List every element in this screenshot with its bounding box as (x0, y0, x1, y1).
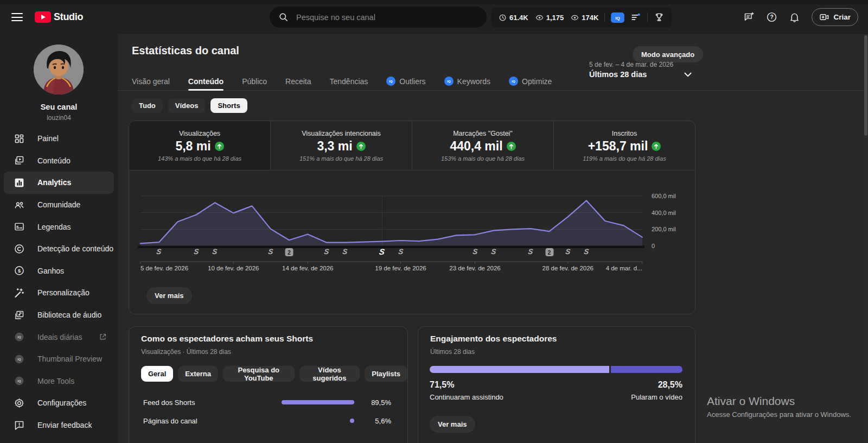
tab-vis-o-geral[interactable]: Visão geral (132, 72, 170, 91)
sidebar-item-comunidade[interactable]: Comunidade (0, 194, 118, 216)
y-axis-label: 200,0 mil (652, 226, 676, 232)
sidebar-item-conte-do[interactable]: Conteúdo (0, 150, 118, 172)
help-icon[interactable]: ? (766, 11, 777, 23)
product-name: Studio (54, 11, 83, 23)
menu-icon[interactable] (11, 13, 23, 21)
sidebar-item-ideais-di-rias[interactable]: IQIdeais diárias (0, 326, 118, 348)
shorts-upload-icon[interactable]: S (398, 248, 404, 256)
sidebar-item-biblioteca-de-udio[interactable]: Biblioteca de áudio (0, 304, 118, 326)
metric-card-0[interactable]: Visualizações5,8 mi143% a mais do que há… (129, 121, 271, 170)
channel-stats-pill[interactable]: 61.4K1,175174K IQ (491, 8, 672, 27)
tab-keywords[interactable]: IQKeywords (444, 72, 490, 91)
topbar-stat-1[interactable]: 1,175 (535, 14, 564, 22)
tab-outliers[interactable]: IQOutliers (386, 72, 425, 91)
shorts-upload-icon[interactable]: S (565, 248, 571, 256)
sidebar-item-painel[interactable]: Painel (0, 128, 118, 150)
channel-name: Seu canal (0, 103, 118, 111)
metric-card-2[interactable]: Marcações "Gostei"440,4 mil153% a mais d… (412, 121, 554, 170)
feedback-message-icon[interactable] (743, 11, 755, 23)
sort-list-icon[interactable] (630, 12, 641, 23)
metric-label: Visualizações intencionais (302, 130, 381, 137)
eye-icon (535, 14, 544, 22)
shorts-upload-icon[interactable]: S (323, 248, 329, 256)
filter-chip-shorts[interactable]: Shorts (210, 98, 247, 113)
filter-chip-tudo[interactable]: Tudo (132, 98, 163, 113)
tab-tend-ncias[interactable]: Tendências (330, 72, 368, 91)
external-link-icon (99, 333, 107, 341)
filter-chip-vídeos[interactable]: Vídeos (168, 98, 206, 113)
youtube-studio-logo[interactable]: Studio (35, 11, 83, 23)
svg-text:IQ: IQ (17, 335, 21, 339)
sidebar-item-ganhos[interactable]: $Ganhos (0, 260, 118, 282)
shorts-upload-icon[interactable]: S (379, 248, 385, 256)
tab-conte-do[interactable]: Conteúdo (188, 72, 224, 91)
vertical-scrollbar[interactable] (864, 34, 868, 443)
topbar-stat-2[interactable]: 174K (571, 14, 598, 22)
notifications-bell-icon[interactable] (789, 11, 800, 23)
vidiq-badge-icon[interactable]: IQ (611, 12, 624, 23)
sidebar-item-detec-o-de-conte-do[interactable]: Detecção de conteúdo (0, 238, 118, 260)
tab-optimize[interactable]: IQOptimize (509, 72, 552, 91)
chart-see-more-button[interactable]: Ver mais (146, 287, 192, 304)
sidebar-item-analytics[interactable]: Analytics (4, 172, 114, 194)
sidebar-item-legendas[interactable]: Legendas (0, 216, 118, 238)
channel-avatar[interactable] (34, 45, 84, 94)
metric-card-1[interactable]: Visualizações intencionais3,3 mi151% a m… (271, 121, 412, 170)
trophy-icon[interactable] (654, 12, 665, 23)
shorts-upload-icon[interactable]: S (490, 248, 496, 256)
engagement-see-more-button[interactable]: Ver mais (430, 416, 475, 433)
scrollbar-thumb[interactable] (864, 35, 867, 136)
y-axis-label: 400,0 mil (652, 210, 676, 216)
sidebar-item-thumbnail-preview[interactable]: IQThumbnail Preview (0, 348, 118, 370)
shorts-upload-icon[interactable]: S (342, 248, 348, 256)
discovery-chip-geral[interactable]: Geral (141, 366, 173, 382)
create-button[interactable]: Criar (812, 8, 858, 26)
x-axis-label: 19 de fev. de 2026 (375, 265, 426, 271)
search-input[interactable] (295, 12, 478, 22)
discovery-chip-playlists[interactable]: Playlists (365, 366, 407, 382)
metric-delta: 151% a mais do que há 28 dias (299, 155, 383, 162)
discovery-chip-v-deos-sugeridos[interactable]: Vídeos sugeridos (299, 366, 360, 382)
discovery-row-percent: 89,5% (359, 398, 391, 407)
svg-text:IQ: IQ (447, 80, 451, 83)
metric-delta: 119% a mais do que há 28 dias (583, 155, 666, 162)
shorts-upload-icon[interactable]: S (156, 248, 162, 256)
chevron-down-icon[interactable] (682, 68, 694, 80)
arrow-up-green-icon (507, 142, 516, 151)
sidebar-item-label: Biblioteca de áudio (37, 311, 101, 319)
discovery-chip-pesquisa-do-youtube[interactable]: Pesquisa do YouTube (223, 366, 295, 382)
shorts-upload-icon[interactable]: S (193, 248, 199, 256)
topbar-stat-0[interactable]: 61.4K (499, 14, 528, 22)
feedback-icon (14, 420, 25, 431)
upload-count-badge[interactable]: 2 (285, 248, 293, 256)
vidiq-gray-icon: IQ (14, 375, 25, 387)
advanced-mode-button[interactable]: Modo avançado (633, 46, 703, 62)
sidebar-item-more-tools[interactable]: IQMore Tools (0, 370, 118, 393)
shorts-upload-icon[interactable]: S (583, 248, 589, 256)
shorts-upload-icon[interactable]: S (528, 248, 534, 256)
y-axis-label: 0 (652, 243, 655, 249)
vidiq-circle-icon: IQ (386, 77, 395, 86)
tab-p-blico[interactable]: Público (242, 72, 267, 91)
tab-receita[interactable]: Receita (285, 72, 311, 91)
sidebar-item-configura-es[interactable]: Configurações (0, 392, 118, 414)
y-axis-label: 600,0 mil (652, 193, 676, 199)
shorts-upload-icon[interactable]: S (267, 248, 273, 256)
metric-value-row: 3,3 mi (317, 139, 365, 154)
sidebar-item-label: Legendas (37, 223, 71, 231)
sidebar-item-label: Configurações (37, 398, 86, 407)
discovery-chip-externa[interactable]: Externa (178, 366, 218, 382)
sidebar-item-enviar-feedback[interactable]: Enviar feedback (0, 414, 118, 436)
search-bar[interactable] (270, 7, 487, 28)
discovery-row-label: Páginas do canal (143, 417, 197, 425)
divider (604, 12, 605, 22)
shorts-upload-icon[interactable]: S (212, 248, 218, 256)
upload-count-badge[interactable]: 2 (545, 248, 553, 256)
sidebar-item-personaliza-o[interactable]: Personalização (0, 282, 118, 304)
shorts-upload-icon[interactable]: S (472, 248, 478, 256)
metric-card-3[interactable]: Inscritos+158,7 mil119% a mais do que há… (554, 121, 695, 170)
tab-label: Conteúdo (188, 77, 224, 86)
x-axis-label: 4 de mar. d... (606, 265, 642, 271)
metric-value-row: +158,7 mil (588, 139, 661, 154)
svg-text:IQ: IQ (390, 80, 393, 83)
